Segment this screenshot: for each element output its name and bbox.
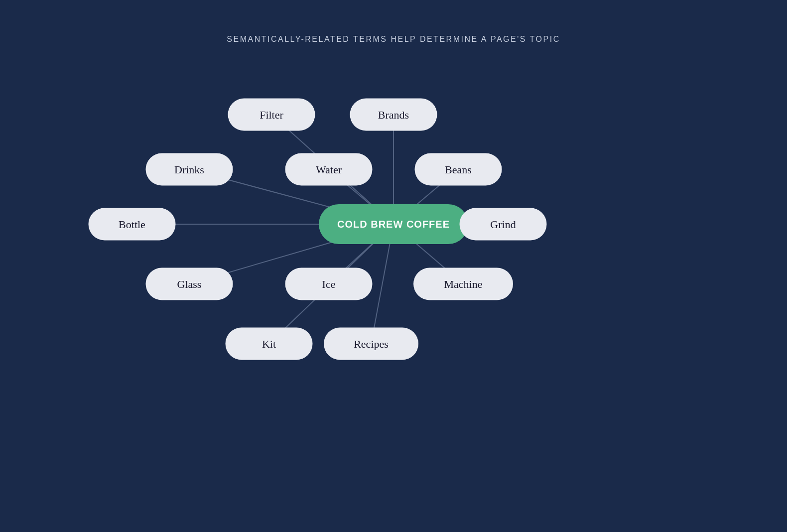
node-grind: Grind (460, 208, 547, 241)
node-brands: Brands (350, 99, 437, 131)
node-beans: Beans (415, 153, 502, 186)
page-title: SEMANTICALLY-RELATED TERMS HELP DETERMIN… (0, 0, 787, 44)
center-node: COLD BREW COFFEE (319, 204, 468, 244)
connections-svg (0, 70, 787, 532)
node-bottle: Bottle (89, 208, 176, 241)
node-recipes: Recipes (324, 328, 418, 360)
node-machine: Machine (413, 268, 513, 300)
node-kit: Kit (226, 328, 313, 360)
node-water: Water (285, 153, 373, 186)
diagram-container: COLD BREW COFFEEFilterBrandsDrinksWaterB… (0, 70, 787, 532)
node-glass: Glass (146, 268, 233, 300)
node-ice: Ice (285, 268, 373, 300)
node-filter: Filter (228, 99, 315, 131)
node-drinks: Drinks (146, 153, 233, 186)
